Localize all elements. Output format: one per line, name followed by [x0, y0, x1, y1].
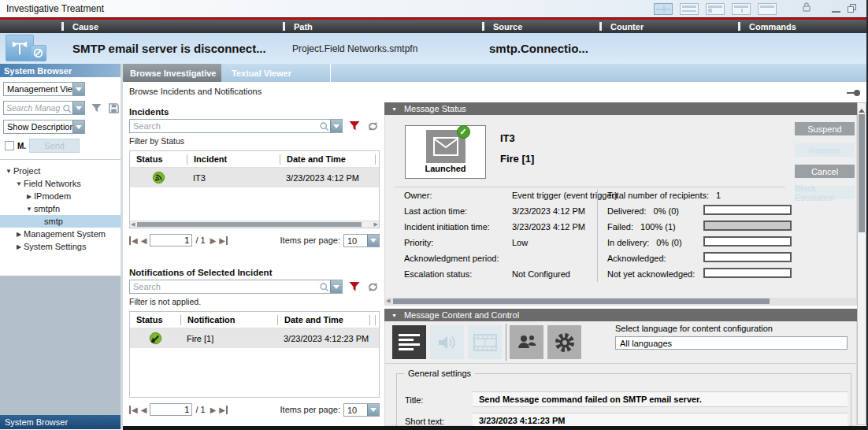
prev-page-icon[interactable]: ◀ — [141, 406, 147, 414]
message-status-hscrollbar[interactable]: ◀ — [385, 298, 856, 305]
layout-top-bottom-icon[interactable] — [680, 3, 699, 15]
cancel-button[interactable]: Cancel — [795, 165, 855, 178]
resume-button[interactable]: Resume — [795, 143, 855, 157]
tree-expanded-icon[interactable]: ▼ — [14, 180, 24, 187]
incidents-table: Status Incident Date and Time IT3 — [129, 150, 380, 228]
content-area: Browse Incidents and Notifications Incid… — [123, 82, 866, 429]
incidents-hscrollbar[interactable]: ◀▶ — [130, 221, 379, 228]
filter-icon[interactable] — [348, 120, 361, 132]
incidents-search-input[interactable] — [130, 120, 319, 132]
incident-row[interactable]: IT3 3/23/2023 4:12 PM — [130, 168, 379, 187]
col-cause: Cause — [72, 22, 98, 32]
incidents-search[interactable] — [129, 119, 343, 133]
notifications-title: Notifications of Selected Incident — [129, 268, 380, 277]
items-per-page-label: Items per page: — [280, 405, 340, 414]
recipients-tab[interactable] — [510, 325, 543, 359]
first-page-icon[interactable]: ◀ — [129, 406, 138, 414]
notifications-items-per-page-select[interactable]: 10 — [343, 403, 380, 417]
refresh-icon[interactable] — [366, 280, 380, 294]
collapse-icon[interactable]: ▼ — [391, 106, 397, 112]
col-source: Source — [493, 22, 522, 32]
envelope-icon: ✓ — [426, 130, 466, 163]
settings-tab[interactable] — [547, 325, 581, 359]
vertical-scrollbar[interactable] — [857, 102, 866, 425]
chevron-down-icon[interactable] — [367, 235, 379, 247]
tree-collapsed-icon[interactable]: ▶ — [14, 243, 24, 250]
description-selector-value: Show Descriptior — [4, 120, 72, 133]
tree-item-project[interactable]: ▼Project — [0, 165, 121, 177]
restore-icon[interactable] — [848, 4, 857, 13]
message-content-panel: ▼ Message Content and Control — [384, 309, 857, 426]
system-browser-footer-tab[interactable]: System Browser — [0, 415, 121, 429]
last-page-icon[interactable]: ▶ — [219, 236, 228, 245]
collapse-icon[interactable]: ▼ — [391, 313, 397, 318]
message-status-header[interactable]: ▼ Message Status — [384, 102, 857, 115]
chevron-down-icon[interactable] — [367, 404, 379, 416]
tree-item-smtp[interactable]: smtp — [0, 215, 121, 228]
chevron-down-icon[interactable] — [330, 280, 342, 293]
m-checkbox[interactable] — [5, 141, 14, 150]
layout-four-pane-icon[interactable] — [654, 3, 673, 15]
prev-page-icon[interactable]: ◀ — [141, 236, 147, 245]
tree-item-field-networks[interactable]: ▼Field Networks — [0, 177, 121, 190]
block-escalation-button[interactable]: Block Escalation — [795, 186, 855, 199]
layout-single-icon[interactable] — [758, 3, 777, 15]
tree-expanded-icon[interactable]: ▼ — [24, 206, 34, 213]
language-select[interactable]: All languages — [615, 336, 848, 350]
chevron-down-icon[interactable] — [72, 120, 84, 133]
event-row[interactable]: SMTP email server is disconnect... Proje… — [0, 33, 866, 64]
chevron-down-icon[interactable] — [72, 83, 84, 95]
last-page-icon[interactable]: ▶ — [219, 406, 228, 414]
send-button[interactable]: Send — [29, 139, 80, 153]
view-selector[interactable]: Management Vie — [3, 82, 85, 96]
tree-item-ipmodem[interactable]: ▶IPmodem — [0, 190, 121, 202]
notification-row[interactable]: Fire [1] 3/23/2023 4:12:23 PM — [130, 328, 379, 348]
suspend-button[interactable]: Suspend — [795, 122, 855, 135]
tree-item-smtpfn[interactable]: ▼smtpfn — [0, 202, 121, 215]
description-selector[interactable]: Show Descriptior — [3, 120, 85, 134]
page-title: Browse Incidents and Notifications — [129, 87, 262, 96]
check-badge-icon: ✓ — [457, 125, 470, 139]
notification-name: Fire [1] — [180, 334, 277, 343]
notifications-page-input[interactable] — [150, 403, 192, 416]
tree-item-management-system[interactable]: ▶Management System — [0, 228, 121, 240]
tree-collapsed-icon[interactable]: ▶ — [14, 231, 24, 238]
next-page-icon[interactable]: ▶ — [210, 406, 217, 414]
message-content-header[interactable]: ▼ Message Content and Control — [384, 309, 857, 321]
lock-icon[interactable] — [802, 2, 811, 16]
chevron-down-icon[interactable] — [330, 120, 342, 132]
sidebar-search[interactable] — [3, 101, 85, 115]
filter-icon[interactable] — [91, 102, 102, 114]
filter-icon[interactable] — [348, 280, 361, 293]
unpin-icon[interactable] — [847, 90, 860, 96]
next-page-icon[interactable]: ▶ — [210, 236, 217, 245]
layout-split-icon[interactable] — [732, 3, 751, 15]
chevron-down-icon[interactable] — [72, 102, 84, 114]
scroll-up-icon[interactable] — [859, 106, 865, 113]
field-not-yet-acknowledged: Not yet acknowledged: — [607, 269, 702, 279]
incidents-items-per-page-select[interactable]: 10 — [343, 234, 380, 247]
titlebar-controls — [654, 2, 866, 16]
layout-left-main-icon[interactable] — [706, 3, 725, 15]
tree-expanded-icon[interactable]: ▼ — [4, 168, 13, 175]
tree-collapsed-icon[interactable]: ▶ — [24, 193, 34, 200]
notifications-search[interactable] — [129, 280, 343, 294]
tab-browse-investigative[interactable]: Browse Investigative — [123, 64, 221, 82]
tree-item-system-settings[interactable]: ▶System Settings — [0, 240, 121, 253]
text-content-tab[interactable] — [392, 325, 426, 359]
audio-content-tab[interactable] — [430, 325, 464, 359]
video-content-tab[interactable] — [468, 325, 502, 359]
col-commands: Commands — [749, 22, 796, 32]
sidebar-search-input[interactable] — [4, 102, 62, 114]
notifications-search-input[interactable] — [130, 280, 319, 293]
title-value[interactable]: Send Message command failed on SMTP emai… — [473, 391, 848, 407]
field-acknowledgment-period: Acknowledgment period: — [404, 254, 512, 263]
m-checkbox-label: M. — [17, 142, 26, 150]
tab-textual-viewer[interactable]: Textual Viewer — [221, 64, 331, 82]
refresh-icon[interactable] — [366, 120, 380, 133]
save-icon[interactable] — [108, 102, 120, 114]
scrollbar-thumb[interactable] — [859, 114, 865, 232]
minimize-icon[interactable] — [832, 11, 840, 13]
first-page-icon[interactable]: ◀ — [129, 236, 138, 245]
incidents-page-input[interactable] — [150, 234, 192, 247]
